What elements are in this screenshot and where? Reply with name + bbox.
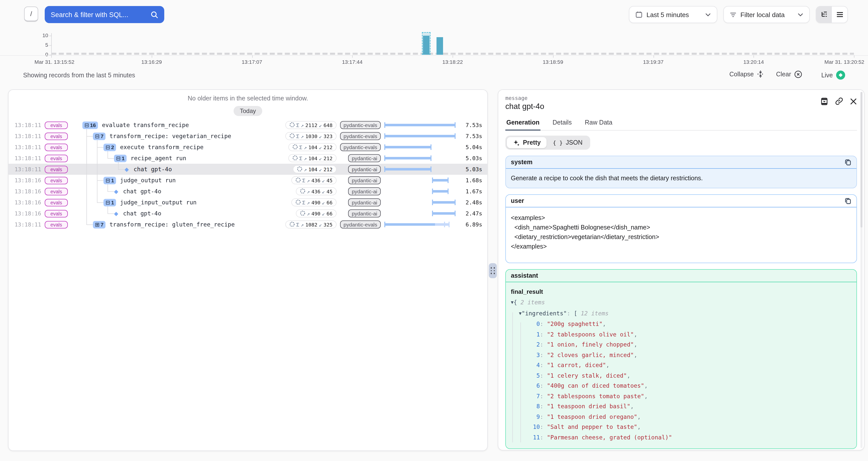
input-tokens-arrow-icon: ↗ <box>301 133 304 139</box>
time-range-dropdown[interactable]: Last 5 minutes <box>629 6 717 23</box>
search-button[interactable]: Search & filter with SQL... <box>45 6 164 23</box>
environment-badge[interactable]: evals <box>45 210 68 217</box>
clear-button[interactable]: Clear <box>776 70 802 78</box>
scope-tag[interactable]: pydantic-evals <box>340 143 381 151</box>
copy-icon[interactable] <box>844 159 851 166</box>
environment-badge[interactable]: evals <box>45 177 68 184</box>
json-key-line: ▼"ingredients": [ 12 items <box>511 308 851 319</box>
trace-row[interactable]: 13:18:16evals⊟1judge_input_output runΣ↗4… <box>8 197 487 208</box>
child-count: 1 <box>111 199 114 205</box>
scope-tag[interactable]: pydantic-ai <box>348 154 381 162</box>
scope-tag[interactable]: pydantic-evals <box>340 132 381 140</box>
environment-badge[interactable]: evals <box>45 165 68 173</box>
collapse-chevron-icon[interactable]: ▼ <box>519 308 522 318</box>
token-usage-chip[interactable]: ↗490↙66 <box>296 209 337 217</box>
token-usage-chip[interactable]: Σ↗436↙45 <box>291 176 337 184</box>
trace-row[interactable]: 13:18:11evals⊟16evaluate transform_recip… <box>8 120 487 130</box>
y-axis-tick-label: 10 <box>28 32 48 38</box>
trace-row[interactable]: 13:18:11evals◆chat gpt-4o↗104↙212pydanti… <box>8 164 487 175</box>
collapse-button[interactable]: Collapse <box>730 70 764 78</box>
token-usage-chip[interactable]: Σ↗104↙212 <box>288 154 337 162</box>
scope-tag[interactable]: pydantic-ai <box>348 187 381 195</box>
x-axis-tick-label: 13:16:29 <box>142 59 162 65</box>
detail-tabs: Generation Details Raw Data <box>505 117 857 130</box>
environment-badge[interactable]: evals <box>45 132 68 140</box>
token-usage-chip[interactable]: ↗104↙212 <box>293 165 337 173</box>
output-tokens-arrow-icon: ↙ <box>319 166 322 172</box>
histogram-bar[interactable] <box>436 37 443 55</box>
environment-badge[interactable]: evals <box>45 188 68 195</box>
list-view-toggle[interactable] <box>832 6 847 23</box>
dock-panel-icon[interactable] <box>820 97 828 105</box>
message-assistant: assistant final_result ▼{ 2 items▼"ingre… <box>505 269 857 449</box>
histogram-bar[interactable] <box>423 35 430 55</box>
copy-link-icon[interactable] <box>835 97 843 105</box>
copy-icon[interactable] <box>844 197 851 205</box>
environment-badge[interactable]: evals <box>45 121 68 129</box>
span-count-chip[interactable]: ⊟1 <box>103 198 116 206</box>
filter-local-data-dropdown[interactable]: Filter local data <box>723 6 810 23</box>
scope-tag[interactable]: pydantic-ai <box>348 198 381 206</box>
child-count: 16 <box>90 122 96 128</box>
panel-resize-handle[interactable] <box>489 263 497 278</box>
top-bar: / Search & filter with SQL... Last 5 min… <box>0 0 868 26</box>
token-usage-chip[interactable]: Σ↗1082↙325 <box>285 220 337 228</box>
trace-row[interactable]: 13:18:11evals⊟2execute transform_recipeΣ… <box>8 142 487 153</box>
today-pill[interactable]: Today <box>234 106 262 116</box>
token-usage-chip[interactable]: Σ↗104↙212 <box>288 143 337 151</box>
tree-view-toggle[interactable] <box>816 6 832 23</box>
tab-generation[interactable]: Generation <box>505 117 540 130</box>
trace-row[interactable]: 13:18:16evals⊟1judge_output runΣ↗436↙45p… <box>8 175 487 186</box>
tree-cell: ⊟1judge_output run <box>76 175 277 186</box>
trace-row[interactable]: 13:18:11evals⊟7transform_recipe: vegetar… <box>8 130 487 142</box>
duration-bar <box>383 130 458 142</box>
span-name: chat gpt-4o <box>123 188 161 195</box>
input-tokens: 104 <box>308 155 317 161</box>
scope-tag[interactable]: pydantic-evals <box>340 121 381 129</box>
row-timestamp: 13:18:11 <box>8 221 37 228</box>
span-name: evaluate transform_recipe <box>102 122 189 128</box>
span-count-chip[interactable]: ⊟1 <box>103 177 116 184</box>
row-duration: 6.89s <box>458 221 487 228</box>
environment-badge[interactable]: evals <box>45 221 68 228</box>
row-duration: 2.47s <box>458 210 487 217</box>
tab-raw-data[interactable]: Raw Data <box>584 117 613 130</box>
token-usage-chip[interactable]: Σ↗490↙66 <box>291 198 337 206</box>
collapse-chevron-icon[interactable]: ▼ <box>511 297 514 308</box>
trace-row[interactable]: 13:18:11evals⊞7transform_recipe: gluten_… <box>8 219 487 230</box>
scrollbar-thumb[interactable] <box>861 92 863 227</box>
span-count-chip[interactable]: ⊟1 <box>114 154 127 162</box>
close-icon[interactable] <box>850 98 857 105</box>
live-toggle[interactable]: Live <box>821 70 845 80</box>
tree-cell: ◆chat gpt-4o <box>76 186 277 197</box>
output-tokens-arrow-icon: ↙ <box>319 222 322 227</box>
trace-row[interactable]: 13:18:16evals◆chat gpt-4o↗490↙66pydantic… <box>8 208 487 219</box>
span-count-chip[interactable]: ⊟16 <box>82 121 98 129</box>
scope-tag[interactable]: pydantic-ai <box>348 176 381 184</box>
trace-row[interactable]: 13:18:11evals⊟1recipe_agent runΣ↗104↙212… <box>8 153 487 164</box>
pretty-toggle[interactable]: Pretty <box>507 137 547 148</box>
input-tokens: 436 <box>311 178 320 183</box>
scope-tag[interactable]: pydantic-evals <box>340 220 381 228</box>
token-usage-chip[interactable]: Σ↗1030↙323 <box>285 132 337 140</box>
span-count-chip[interactable]: ⊞7 <box>93 221 105 228</box>
token-usage-chip[interactable]: Σ↗2112↙648 <box>285 121 337 129</box>
duration-bar <box>383 164 458 175</box>
tab-details[interactable]: Details <box>552 117 572 130</box>
span-count-chip[interactable]: ⊟7 <box>93 132 105 140</box>
json-array-item: 4: "1 carrot, diced", <box>511 360 851 370</box>
scope-tag[interactable]: pydantic-ai <box>348 209 381 217</box>
environment-badge[interactable]: evals <box>45 198 68 206</box>
span-name: transform_recipe: vegetarian_recipe <box>110 132 231 140</box>
scope-tag[interactable]: pydantic-ai <box>348 165 381 173</box>
trace-row[interactable]: 13:18:16evals◆chat gpt-4o↗436↙45pydantic… <box>8 186 487 197</box>
span-count-chip[interactable]: ⊟2 <box>103 143 116 151</box>
row-timestamp: 13:18:11 <box>8 144 37 150</box>
json-toggle[interactable]: { } JSON <box>547 137 588 148</box>
final-result-label: final_result <box>511 288 851 295</box>
environment-badge[interactable]: evals <box>45 143 68 151</box>
role-label-user: user <box>511 197 524 205</box>
row-duration: 5.03s <box>458 155 487 161</box>
token-usage-chip[interactable]: ↗436↙45 <box>296 187 337 195</box>
environment-badge[interactable]: evals <box>45 154 68 162</box>
